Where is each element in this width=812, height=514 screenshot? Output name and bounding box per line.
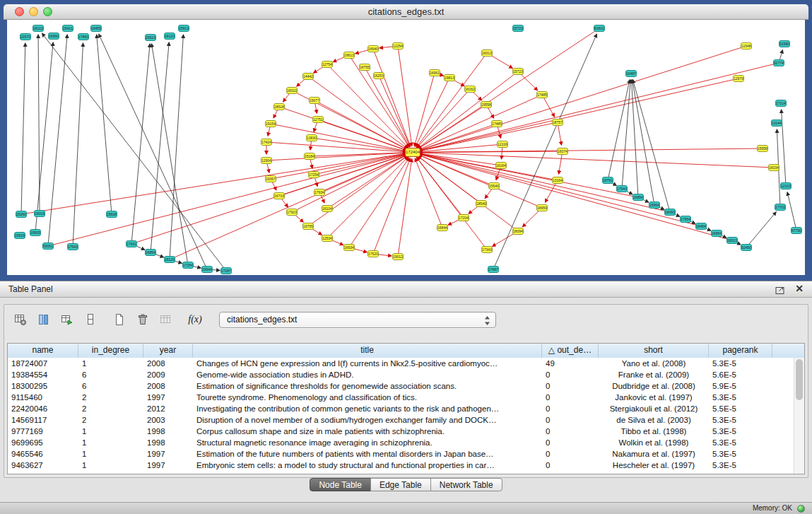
table-cell[interactable]: 22420046 bbox=[8, 403, 78, 414]
table-cell[interactable]: 0 bbox=[542, 460, 599, 471]
graph-node[interactable]: 16733912 bbox=[273, 192, 285, 199]
graph-node[interactable]: 17343112 bbox=[481, 246, 493, 253]
table-cell[interactable]: Stergiakouli et al. (2012) bbox=[599, 403, 709, 414]
graph-node[interactable]: 16844610 bbox=[437, 224, 448, 231]
graph-node[interactable]: 14442004 bbox=[302, 73, 314, 80]
graph-edge[interactable] bbox=[418, 71, 518, 148]
graph-node[interactable]: 12904131 bbox=[261, 157, 272, 164]
graph-node[interactable]: 19755013 bbox=[302, 223, 314, 230]
table-cell[interactable]: Yano et al. (2008) bbox=[599, 358, 709, 369]
table-cell[interactable]: Investigating the contribution of common… bbox=[193, 403, 542, 414]
vertical-scrollbar[interactable] bbox=[794, 358, 804, 474]
graph-edge[interactable] bbox=[416, 78, 449, 146]
table-cell[interactable]: 1 bbox=[78, 358, 143, 369]
graph-hub-node[interactable]: 17240457 bbox=[405, 148, 420, 157]
graph-node[interactable]: 15913204 bbox=[178, 25, 189, 32]
graph-node[interactable]: 17485033 bbox=[536, 91, 548, 98]
table-cell[interactable]: 5.3E-5 bbox=[709, 414, 772, 426]
graph-node[interactable]: 18454112 bbox=[695, 223, 707, 230]
table-row[interactable]: 946362711997Embryonic stem cells: a mode… bbox=[8, 460, 794, 471]
table-cell[interactable]: 0 bbox=[542, 392, 599, 403]
graph-edge[interactable] bbox=[48, 154, 406, 246]
column-header-year[interactable]: year bbox=[143, 344, 193, 358]
table-cell[interactable]: Wolkin et al. (1998) bbox=[599, 437, 709, 448]
delete-table-button[interactable] bbox=[134, 310, 152, 329]
graph-node[interactable]: 15540911 bbox=[488, 182, 500, 189]
graph-node[interactable]: 15828113 bbox=[106, 211, 117, 218]
column-header-short[interactable]: short bbox=[599, 344, 709, 358]
graph-node[interactable]: 20513114 bbox=[145, 34, 156, 41]
graph-node[interactable]: 25260913 bbox=[16, 211, 27, 218]
table-cell[interactable]: 9465546 bbox=[8, 448, 78, 460]
table-cell[interactable]: 5.3E-5 bbox=[709, 460, 772, 471]
graph-edge[interactable] bbox=[151, 42, 169, 252]
graph-node[interactable]: 19077403 bbox=[309, 97, 320, 104]
graph-node[interactable]: 17931204 bbox=[126, 240, 137, 247]
table-cell[interactable]: Genome-wide association studies in ADHD. bbox=[193, 369, 542, 380]
graph-node[interactable]: 17893112 bbox=[78, 33, 89, 40]
graph-node[interactable]: 81810443 bbox=[594, 25, 605, 32]
table-selector[interactable]: citations_edges.txt bbox=[219, 312, 496, 328]
graph-node[interactable]: 15954413 bbox=[649, 201, 660, 209]
graph-node[interactable]: 19544104 bbox=[201, 266, 213, 273]
graph-edge[interactable] bbox=[379, 76, 410, 146]
table-cell[interactable]: 49 bbox=[542, 358, 599, 369]
graph-node[interactable]: 17520441 bbox=[367, 250, 379, 257]
graph-edge[interactable] bbox=[419, 154, 670, 212]
table-cell[interactable]: 19384554 bbox=[8, 369, 78, 380]
table-cell[interactable]: 1997 bbox=[143, 448, 193, 460]
graph-node[interactable]: 17543104 bbox=[67, 243, 78, 250]
graph-node[interactable]: 18959704 bbox=[536, 204, 548, 211]
table-cell[interactable]: 2 bbox=[78, 414, 143, 426]
graph-node[interactable]: 16104437 bbox=[322, 205, 333, 212]
graph-node[interactable]: 16954312 bbox=[711, 230, 722, 237]
graph-node[interactable]: 18120544 bbox=[164, 256, 175, 263]
graph-node[interactable]: 17934114 bbox=[314, 189, 325, 196]
graph-node[interactable]: 13164161 bbox=[552, 177, 563, 184]
graph-node[interactable]: 18791014 bbox=[602, 177, 613, 184]
table-cell[interactable]: Tourette syndrome. Phenomenology and cla… bbox=[193, 392, 542, 403]
graph-edge[interactable] bbox=[787, 192, 796, 230]
graph-node[interactable]: 16640910 bbox=[367, 45, 379, 52]
graph-node[interactable]: 16074271 bbox=[557, 148, 568, 155]
graph-node[interactable]: 18757105 bbox=[552, 119, 563, 126]
graph-node[interactable]: 17485013 bbox=[491, 120, 502, 127]
table-cell[interactable]: 1998 bbox=[143, 437, 193, 448]
graph-node[interactable]: 19019814 bbox=[34, 210, 45, 217]
table-cell[interactable]: 6 bbox=[78, 369, 143, 380]
graph-node[interactable]: 19367213 bbox=[265, 175, 276, 182]
create-table-button[interactable] bbox=[110, 310, 129, 329]
graph-node[interactable]: 16961501 bbox=[429, 69, 440, 76]
table-cell[interactable]: Changes of HCN gene expression and I(f) … bbox=[193, 358, 542, 369]
table-cell[interactable]: Disruption of a novel member of a sodium… bbox=[193, 414, 542, 426]
table-row[interactable]: 2242004622012Investigating the contribut… bbox=[8, 403, 794, 414]
tab-node-table[interactable]: Node Table bbox=[310, 478, 371, 491]
table-cell[interactable]: 5.9E-5 bbox=[709, 380, 772, 392]
graph-node[interactable]: 16854413 bbox=[145, 249, 156, 256]
table-cell[interactable]: 1 bbox=[78, 437, 143, 448]
table-cell[interactable]: Jankovic et al. (1997) bbox=[599, 392, 709, 403]
column-header-out-de[interactable]: △ out_de… bbox=[542, 344, 599, 358]
graph-edge[interactable] bbox=[271, 153, 406, 179]
graph-node[interactable]: 18518053 bbox=[273, 103, 285, 110]
table-cell[interactable]: 5.5E-5 bbox=[709, 403, 772, 414]
graph-node[interactable]: 15723212 bbox=[512, 68, 524, 75]
table-cell[interactable]: Structural magnetic resonance image aver… bbox=[193, 437, 542, 448]
graph-node[interactable]: 12979403 bbox=[733, 75, 744, 82]
graph-node[interactable]: 92774413 bbox=[773, 59, 784, 66]
network-canvas[interactable]: 1724045712254439166409101961374512754181… bbox=[7, 20, 805, 275]
graph-node[interactable]: 12751411 bbox=[312, 116, 324, 123]
window-titlebar[interactable]: citations_edges.txt bbox=[4, 4, 808, 20]
graph-edge[interactable] bbox=[419, 63, 779, 151]
graph-edge[interactable] bbox=[415, 158, 442, 228]
graph-edge[interactable] bbox=[632, 80, 670, 212]
table-cell[interactable]: 1 bbox=[78, 448, 143, 460]
graph-node[interactable]: 17287122 bbox=[220, 267, 232, 274]
graph-edge[interactable] bbox=[131, 44, 150, 244]
table-cell[interactable]: 1997 bbox=[143, 392, 193, 403]
graph-node[interactable]: 19455013 bbox=[90, 25, 102, 32]
graph-node[interactable]: 18013204 bbox=[726, 237, 738, 244]
table-row[interactable]: 1830029562008Estimation of significance … bbox=[8, 380, 794, 392]
graph-node[interactable]: 15411204 bbox=[62, 25, 73, 32]
table-cell[interactable]: 5.3E-5 bbox=[709, 426, 772, 437]
